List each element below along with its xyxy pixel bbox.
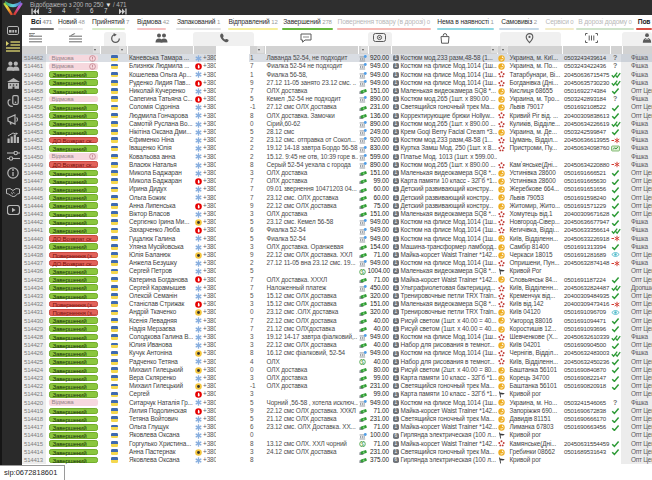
svg-text:$: $ (361, 359, 364, 364)
svg-text:$: $ (361, 269, 364, 274)
svg-text:$: $ (361, 441, 364, 446)
